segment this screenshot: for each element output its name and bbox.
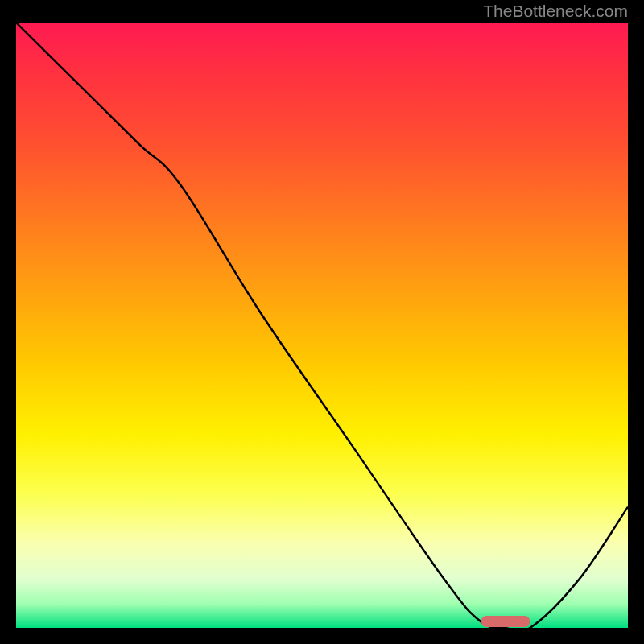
bottleneck-curve [16,23,628,628]
optimal-range-marker [481,616,530,627]
chart-plot-area [16,23,628,628]
watermark-text: TheBottleneck.com [483,2,628,21]
